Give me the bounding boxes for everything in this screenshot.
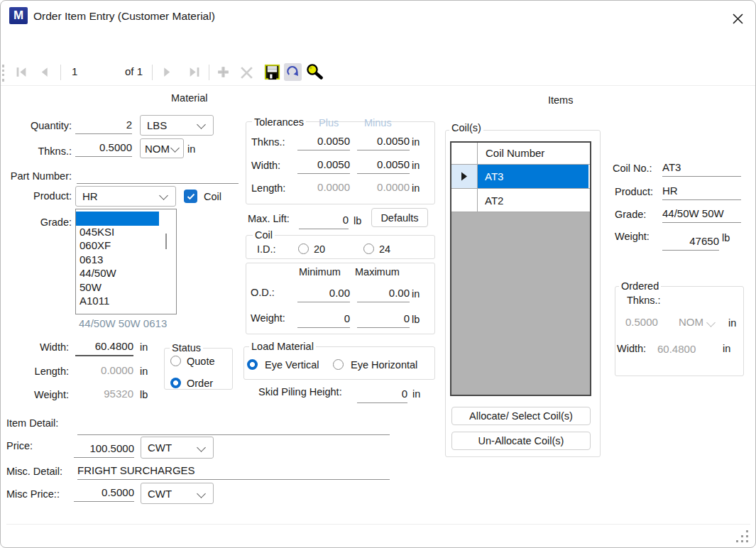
part-number-label: Part Number: [2, 170, 72, 182]
skid-piling-height-unit: in [412, 388, 420, 400]
thkns-input[interactable]: 0.5000 [75, 141, 132, 157]
tolerance-thkns-label: Thkns.: [251, 136, 285, 148]
thkns-type-select[interactable]: NOM [140, 138, 184, 158]
length-unit: in [140, 366, 148, 377]
od-max-input[interactable]: 0.00 [357, 287, 410, 302]
price-unit-value: CWT [148, 442, 172, 454]
price-input[interactable]: 100.5000 [74, 442, 134, 458]
tolerance-width-label: Width: [251, 160, 280, 171]
tolerance-length-unit: in [412, 182, 420, 194]
order-radio[interactable] [170, 378, 181, 388]
first-record-button[interactable] [16, 66, 28, 81]
grade-listbox[interactable]: 045KSI 060XF 0613 44/50W 50W A1011 [75, 209, 177, 314]
close-button[interactable] [728, 9, 747, 28]
misc-price-label: Misc Price:: [6, 488, 60, 500]
misc-detail-input[interactable]: FRIGHT SURCHARGES [77, 464, 390, 480]
item-detail-input[interactable] [77, 420, 390, 435]
load-material-group-label: Load Material [249, 341, 316, 352]
coils-group-label: Coil(s) [449, 122, 483, 133]
redo-arrow-icon [285, 65, 300, 80]
previous-record-button[interactable] [39, 66, 50, 81]
quote-radio[interactable] [170, 356, 181, 366]
defaults-button[interactable]: Defaults [371, 208, 428, 227]
tolerance-width-plus-input[interactable]: 0.0050 [297, 158, 350, 174]
minmax-weight-unit: lb [412, 314, 420, 325]
misc-price-unit-select[interactable]: CWT [141, 483, 214, 504]
minmax-weight-label: Weight: [251, 312, 285, 324]
grade-list-item[interactable]: 50W [76, 281, 176, 295]
check-icon [187, 193, 195, 200]
quantity-label: Quantity: [2, 120, 72, 131]
product-value: HR [82, 190, 98, 202]
table-empty-area [451, 212, 590, 395]
minus-column-header: Minus [364, 117, 392, 128]
quantity-unit-select[interactable]: LBS [140, 115, 214, 136]
add-record-button[interactable] [216, 65, 231, 82]
price-label: Price: [6, 440, 33, 451]
tolerances-group-label: Tolerances [252, 116, 306, 128]
grade-list-item[interactable]: 045KSI [76, 226, 176, 240]
item-detail-label: Item Detail: [6, 417, 58, 429]
misc-price-input[interactable]: 0.5000 [74, 486, 134, 502]
coil-id-24-radio[interactable] [363, 243, 374, 254]
resize-grip[interactable] [736, 529, 752, 544]
chevron-down-icon [197, 443, 206, 452]
length-label: Length: [2, 366, 69, 377]
delete-record-button[interactable] [239, 65, 254, 83]
next-record-icon [162, 66, 172, 78]
tolerance-width-minus-input[interactable]: 0.0050 [357, 158, 410, 174]
last-record-button[interactable] [188, 66, 200, 81]
tolerance-thkns-plus-input[interactable]: 0.0050 [297, 135, 350, 150]
width-input[interactable]: 60.4800 [75, 340, 133, 356]
grade-list-scrollbar[interactable] [165, 234, 167, 249]
ordered-thkns-value: 0.5000 [625, 316, 658, 328]
skid-piling-height-input[interactable]: 0 [357, 388, 407, 403]
items-section-header: Items [548, 94, 573, 106]
coil-id-24-label: 24 [379, 243, 390, 255]
coil-id-label: I.D.: [257, 243, 276, 255]
eye-vertical-radio[interactable] [247, 359, 258, 370]
price-unit-select[interactable]: CWT [141, 437, 214, 459]
refresh-button[interactable] [284, 63, 302, 81]
record-number-input[interactable]: 1 [72, 65, 107, 77]
grade-list-item[interactable]: A1011 [76, 295, 176, 309]
coil-product-input[interactable]: HR [662, 185, 741, 200]
toolbar-separator [152, 65, 153, 80]
search-button[interactable] [306, 63, 323, 83]
ordered-width-value: 60.4800 [657, 343, 696, 355]
allocate-select-coils-button[interactable]: Allocate/ Select Coil(s) [451, 407, 591, 425]
save-button[interactable] [264, 64, 280, 83]
coil-checkbox[interactable] [184, 190, 197, 203]
close-icon [732, 13, 744, 25]
row-selector-cell[interactable] [451, 165, 477, 188]
eye-horizontal-radio[interactable] [333, 359, 344, 370]
weight-min-input[interactable]: 0 [297, 312, 350, 328]
tolerance-thkns-minus-input[interactable]: 0.0050 [357, 135, 410, 150]
next-record-button[interactable] [162, 66, 172, 81]
unallocate-coils-button[interactable]: Un-Allocate Coil(s) [451, 432, 591, 450]
quantity-input[interactable]: 2 [75, 119, 132, 134]
record-count-label: of 1 [125, 65, 143, 77]
coil-no-input[interactable]: AT3 [662, 161, 741, 177]
chevron-down-icon [159, 191, 168, 200]
grade-list-item[interactable]: 060XF [76, 239, 176, 253]
grade-list-item-selected[interactable] [76, 212, 159, 226]
weight-max-input[interactable]: 0 [357, 312, 410, 328]
toolbar-grip[interactable] [2, 65, 4, 82]
thkns-unit: in [187, 143, 195, 155]
coil-weight-input[interactable]: 47650 [662, 235, 719, 251]
coil-id-20-radio[interactable] [298, 243, 309, 254]
table-row-coil-at2[interactable]: AT2 [478, 189, 588, 212]
table-row-coil-at3[interactable]: AT3 [478, 165, 588, 188]
od-label: O.D.: [251, 287, 275, 298]
grade-list-item[interactable]: 44/50W [76, 267, 176, 281]
product-select[interactable]: HR [75, 186, 176, 207]
od-min-input[interactable]: 0.00 [297, 287, 350, 302]
order-item-entry-window: M Order Item Entry (Customer Material) 1… [0, 0, 756, 548]
coil-id-group-label: Coil [253, 229, 275, 241]
max-lift-input[interactable]: 0 [299, 214, 349, 229]
part-number-input[interactable] [77, 168, 239, 184]
coil-grade-input[interactable]: 44/50W 50W [662, 207, 741, 223]
weight-input: 95320 [75, 388, 133, 402]
grade-list-item[interactable]: 0613 [76, 253, 176, 268]
